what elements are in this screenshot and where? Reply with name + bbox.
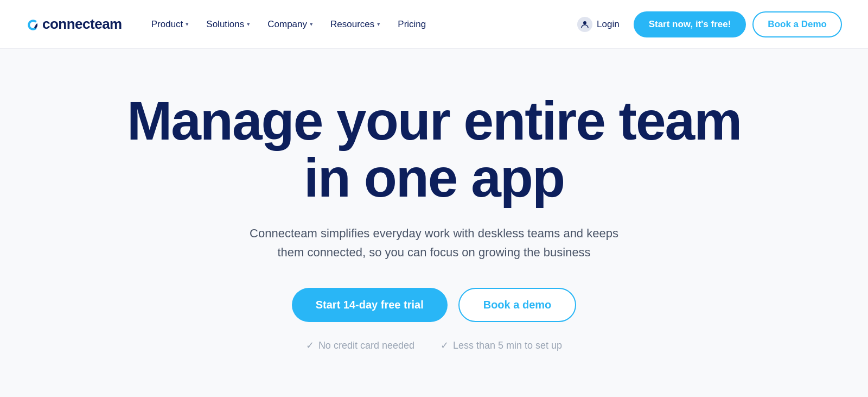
chevron-down-icon: ▾ [310,21,313,28]
chevron-down-icon: ▾ [377,21,380,28]
nav-item-resources[interactable]: Resources ▾ [323,14,388,35]
svg-point-0 [583,21,586,24]
checkmark-icon: ✓ [306,339,314,351]
nav-item-pricing[interactable]: Pricing [390,14,433,35]
nav-start-free-button[interactable]: Start now, it's free! [634,11,746,37]
hero-title: Manage your entire team in one app [127,92,741,206]
hero-book-demo-button[interactable]: Book a demo [458,288,577,322]
hero-subtitle: Connecteam simplifies everyday work with… [244,224,624,262]
chevron-down-icon: ▾ [186,21,189,28]
logo-text: connecteam [42,16,122,33]
navbar: connecteam Product ▾ Solutions ▾ Company… [0,0,868,49]
nav-item-solutions[interactable]: Solutions ▾ [199,14,258,35]
hero-badges: ✓ No credit card needed ✓ Less than 5 mi… [306,339,562,351]
hero-start-trial-button[interactable]: Start 14-day free trial [292,288,448,322]
hero-section: Manage your entire team in one app Conne… [0,49,868,384]
login-button[interactable]: Login [570,11,627,37]
chevron-down-icon: ▾ [247,21,250,28]
hero-ctas: Start 14-day free trial Book a demo [292,288,577,322]
nav-book-demo-button[interactable]: Book a Demo [752,11,842,37]
logo[interactable]: connecteam [26,16,122,33]
badge-no-credit-card: ✓ No credit card needed [306,339,414,351]
nav-item-product[interactable]: Product ▾ [144,14,197,35]
nav-links: Product ▾ Solutions ▾ Company ▾ Resource… [144,14,570,35]
checkmark-icon: ✓ [441,339,449,351]
user-icon [577,17,592,32]
nav-item-company[interactable]: Company ▾ [260,14,321,35]
badge-setup-time: ✓ Less than 5 min to set up [441,339,562,351]
nav-right: Login Start now, it's free! Book a Demo [570,11,842,37]
